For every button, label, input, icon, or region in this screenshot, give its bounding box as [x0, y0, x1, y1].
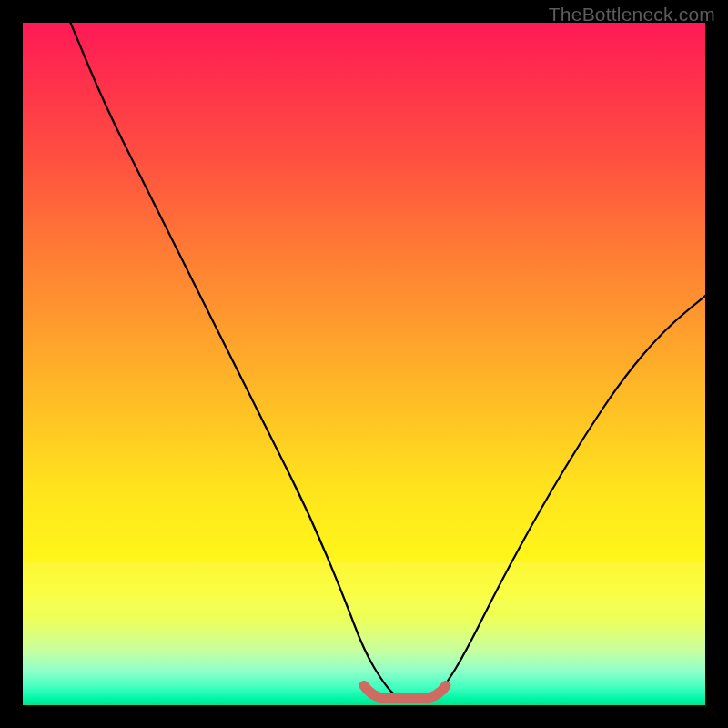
- bottleneck-curve: [71, 23, 706, 699]
- optimal-range-marker: [364, 686, 446, 699]
- plot-area: [23, 23, 705, 705]
- chart-stage: TheBottleneck.com: [0, 0, 728, 728]
- curve-overlay: [23, 23, 705, 705]
- watermark-text: TheBottleneck.com: [549, 4, 715, 25]
